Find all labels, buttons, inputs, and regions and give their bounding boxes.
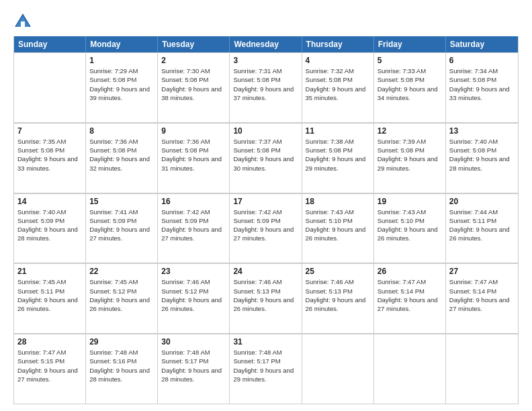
sun-info: Sunrise: 7:39 AMSunset: 5:08 PMDaylight:… xyxy=(378,137,442,173)
sun-info: Sunrise: 7:42 AMSunset: 5:09 PMDaylight:… xyxy=(233,208,298,243)
weekday-header-saturday: Saturday xyxy=(446,36,518,52)
weekday-header-monday: Monday xyxy=(86,36,158,52)
day-number: 22 xyxy=(89,267,154,276)
day-number: 11 xyxy=(306,126,370,136)
calendar: SundayMondayTuesdayWednesdayThursdayFrid… xyxy=(13,36,519,404)
weekday-header-sunday: Sunday xyxy=(14,36,86,52)
calendar-cell: 18Sunrise: 7:43 AMSunset: 5:10 PMDayligh… xyxy=(302,193,374,263)
sun-info: Sunrise: 7:46 AMSunset: 5:13 PMDaylight:… xyxy=(306,277,370,313)
calendar-cell: 20Sunrise: 7:44 AMSunset: 5:11 PMDayligh… xyxy=(446,193,518,263)
sun-info: Sunrise: 7:29 AMSunset: 5:08 PMDaylight:… xyxy=(89,66,154,102)
day-number: 26 xyxy=(378,267,442,276)
weekday-header-wednesday: Wednesday xyxy=(230,36,302,52)
sun-info: Sunrise: 7:32 AMSunset: 5:08 PMDaylight:… xyxy=(306,66,370,102)
sun-info: Sunrise: 7:47 AMSunset: 5:15 PMDaylight:… xyxy=(17,348,82,383)
calendar-cell: 16Sunrise: 7:42 AMSunset: 5:09 PMDayligh… xyxy=(158,193,230,263)
calendar-row-2: 7Sunrise: 7:35 AMSunset: 5:08 PMDaylight… xyxy=(14,123,518,193)
day-number: 19 xyxy=(378,197,442,206)
page: SundayMondayTuesdayWednesdayThursdayFrid… xyxy=(0,0,532,411)
calendar-cell: 21Sunrise: 7:45 AMSunset: 5:11 PMDayligh… xyxy=(14,263,86,333)
day-number: 16 xyxy=(161,197,226,206)
sun-info: Sunrise: 7:34 AMSunset: 5:08 PMDaylight:… xyxy=(449,66,515,102)
calendar-cell: 28Sunrise: 7:47 AMSunset: 5:15 PMDayligh… xyxy=(14,334,86,404)
sun-info: Sunrise: 7:38 AMSunset: 5:08 PMDaylight:… xyxy=(306,137,370,173)
sun-info: Sunrise: 7:42 AMSunset: 5:09 PMDaylight:… xyxy=(161,208,226,243)
day-number: 12 xyxy=(378,126,442,136)
calendar-row-3: 14Sunrise: 7:40 AMSunset: 5:09 PMDayligh… xyxy=(14,193,518,264)
sun-info: Sunrise: 7:40 AMSunset: 5:08 PMDaylight:… xyxy=(449,137,515,173)
weekday-header-friday: Friday xyxy=(374,36,446,52)
sun-info: Sunrise: 7:30 AMSunset: 5:08 PMDaylight:… xyxy=(161,66,226,102)
day-number: 27 xyxy=(449,267,515,276)
calendar-cell: 26Sunrise: 7:47 AMSunset: 5:14 PMDayligh… xyxy=(374,263,446,333)
day-number: 6 xyxy=(449,56,515,65)
day-number: 29 xyxy=(89,337,154,347)
sun-info: Sunrise: 7:37 AMSunset: 5:08 PMDaylight:… xyxy=(233,137,298,173)
calendar-cell: 6Sunrise: 7:34 AMSunset: 5:08 PMDaylight… xyxy=(446,52,518,122)
calendar-cell xyxy=(14,52,86,122)
calendar-cell: 12Sunrise: 7:39 AMSunset: 5:08 PMDayligh… xyxy=(374,123,446,193)
calendar-cell: 13Sunrise: 7:40 AMSunset: 5:08 PMDayligh… xyxy=(446,123,518,193)
calendar-row-1: 1Sunrise: 7:29 AMSunset: 5:08 PMDaylight… xyxy=(14,52,518,123)
calendar-cell: 23Sunrise: 7:46 AMSunset: 5:12 PMDayligh… xyxy=(158,263,230,333)
calendar-cell: 25Sunrise: 7:46 AMSunset: 5:13 PMDayligh… xyxy=(302,263,374,333)
sun-info: Sunrise: 7:45 AMSunset: 5:11 PMDaylight:… xyxy=(17,277,82,313)
sun-info: Sunrise: 7:46 AMSunset: 5:13 PMDaylight:… xyxy=(233,277,298,313)
day-number: 15 xyxy=(89,197,154,206)
sun-info: Sunrise: 7:47 AMSunset: 5:14 PMDaylight:… xyxy=(378,277,442,313)
calendar-cell xyxy=(446,334,518,404)
sun-info: Sunrise: 7:45 AMSunset: 5:12 PMDaylight:… xyxy=(89,277,154,313)
sun-info: Sunrise: 7:47 AMSunset: 5:14 PMDaylight:… xyxy=(449,277,515,313)
day-number: 8 xyxy=(89,126,154,136)
calendar-cell xyxy=(374,334,446,404)
svg-rect-2 xyxy=(21,21,25,27)
calendar-cell: 4Sunrise: 7:32 AMSunset: 5:08 PMDaylight… xyxy=(302,52,374,122)
day-number: 20 xyxy=(449,197,515,206)
day-number: 7 xyxy=(17,126,82,136)
day-number: 1 xyxy=(89,56,154,65)
day-number: 13 xyxy=(449,126,515,136)
day-number: 23 xyxy=(161,267,226,276)
day-number: 28 xyxy=(17,337,82,347)
sun-info: Sunrise: 7:31 AMSunset: 5:08 PMDaylight:… xyxy=(233,66,298,102)
calendar-cell: 29Sunrise: 7:48 AMSunset: 5:16 PMDayligh… xyxy=(86,334,158,404)
sun-info: Sunrise: 7:46 AMSunset: 5:12 PMDaylight:… xyxy=(161,277,226,313)
logo-icon xyxy=(13,12,32,31)
calendar-cell: 1Sunrise: 7:29 AMSunset: 5:08 PMDaylight… xyxy=(86,52,158,122)
sun-info: Sunrise: 7:43 AMSunset: 5:10 PMDaylight:… xyxy=(378,208,442,243)
sun-info: Sunrise: 7:48 AMSunset: 5:17 PMDaylight:… xyxy=(161,348,226,383)
sun-info: Sunrise: 7:36 AMSunset: 5:08 PMDaylight:… xyxy=(161,137,226,173)
day-number: 25 xyxy=(306,267,370,276)
day-number: 21 xyxy=(17,267,82,276)
calendar-cell: 5Sunrise: 7:33 AMSunset: 5:08 PMDaylight… xyxy=(374,52,446,122)
calendar-cell: 24Sunrise: 7:46 AMSunset: 5:13 PMDayligh… xyxy=(230,263,302,333)
weekday-header-thursday: Thursday xyxy=(302,36,374,52)
header xyxy=(13,12,519,31)
day-number: 30 xyxy=(161,337,226,347)
sun-info: Sunrise: 7:41 AMSunset: 5:09 PMDaylight:… xyxy=(89,208,154,243)
calendar-cell: 10Sunrise: 7:37 AMSunset: 5:08 PMDayligh… xyxy=(230,123,302,193)
sun-info: Sunrise: 7:35 AMSunset: 5:08 PMDaylight:… xyxy=(17,137,82,173)
day-number: 10 xyxy=(233,126,298,136)
day-number: 4 xyxy=(306,56,370,65)
sun-info: Sunrise: 7:43 AMSunset: 5:10 PMDaylight:… xyxy=(306,208,370,243)
day-number: 17 xyxy=(233,197,298,206)
sun-info: Sunrise: 7:40 AMSunset: 5:09 PMDaylight:… xyxy=(17,208,82,243)
calendar-cell: 30Sunrise: 7:48 AMSunset: 5:17 PMDayligh… xyxy=(158,334,230,404)
calendar-cell: 15Sunrise: 7:41 AMSunset: 5:09 PMDayligh… xyxy=(86,193,158,263)
calendar-cell: 8Sunrise: 7:36 AMSunset: 5:08 PMDaylight… xyxy=(86,123,158,193)
calendar-cell: 22Sunrise: 7:45 AMSunset: 5:12 PMDayligh… xyxy=(86,263,158,333)
calendar-cell: 27Sunrise: 7:47 AMSunset: 5:14 PMDayligh… xyxy=(446,263,518,333)
calendar-cell: 7Sunrise: 7:35 AMSunset: 5:08 PMDaylight… xyxy=(14,123,86,193)
calendar-body: 1Sunrise: 7:29 AMSunset: 5:08 PMDaylight… xyxy=(14,52,518,404)
calendar-row-5: 28Sunrise: 7:47 AMSunset: 5:15 PMDayligh… xyxy=(14,334,518,404)
day-number: 24 xyxy=(233,267,298,276)
calendar-cell: 14Sunrise: 7:40 AMSunset: 5:09 PMDayligh… xyxy=(14,193,86,263)
calendar-cell: 3Sunrise: 7:31 AMSunset: 5:08 PMDaylight… xyxy=(230,52,302,122)
day-number: 3 xyxy=(233,56,298,65)
day-number: 2 xyxy=(161,56,226,65)
day-number: 31 xyxy=(233,337,298,347)
calendar-cell: 31Sunrise: 7:48 AMSunset: 5:17 PMDayligh… xyxy=(230,334,302,404)
sun-info: Sunrise: 7:48 AMSunset: 5:16 PMDaylight:… xyxy=(89,348,154,383)
day-number: 18 xyxy=(306,197,370,206)
